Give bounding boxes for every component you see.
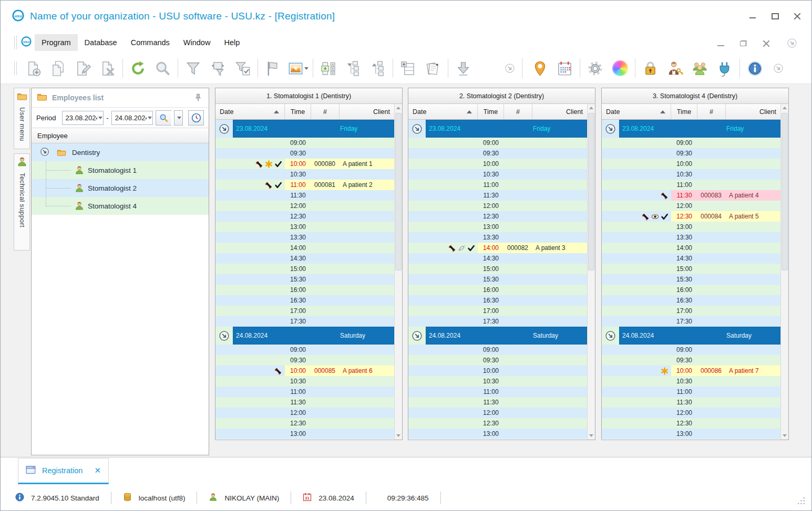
- slot-time[interactable]: 12:30: [285, 418, 311, 429]
- slot-time[interactable]: 16:00: [285, 285, 311, 295]
- users-button[interactable]: [687, 56, 712, 81]
- column-header-date[interactable]: Date: [215, 104, 285, 119]
- download-button[interactable]: [451, 56, 476, 81]
- slot-time[interactable]: 17:00: [478, 306, 504, 316]
- menu-item-commands[interactable]: Commands: [124, 34, 177, 51]
- lock-button[interactable]: [638, 56, 663, 81]
- toolbar-overflow-chevron-icon[interactable]: [503, 61, 517, 75]
- slot-time[interactable]: 15:00: [671, 264, 697, 274]
- filter-panes-button[interactable]: [205, 56, 230, 81]
- side-tab-user-menu[interactable]: User menu: [14, 88, 30, 149]
- background-image-button[interactable]: [285, 56, 310, 81]
- time-slot-row[interactable]: 15:00: [408, 264, 587, 274]
- time-slot-row[interactable]: 17:00: [602, 306, 780, 316]
- appointment-row[interactable]: 10:00000085A patient 6: [215, 366, 394, 376]
- slot-time[interactable]: 10:30: [671, 169, 697, 180]
- scroll-up-icon[interactable]: [588, 104, 595, 112]
- vertical-scrollbar[interactable]: [587, 104, 595, 440]
- slot-time[interactable]: 14:30: [478, 253, 504, 264]
- appointment-row[interactable]: 11:30000083A patient 4: [602, 190, 780, 201]
- slot-time[interactable]: 09:30: [671, 148, 697, 159]
- time-slot-row[interactable]: 17:00: [215, 306, 394, 316]
- time-slot-row[interactable]: 15:30: [215, 274, 394, 285]
- appointment-number[interactable]: 000080: [311, 159, 340, 169]
- settings-button[interactable]: [583, 56, 608, 81]
- slot-time[interactable]: 17:30: [671, 316, 697, 327]
- menubar-drag-handle[interactable]: [14, 36, 17, 49]
- time-slot-row[interactable]: 10:00: [602, 159, 780, 169]
- pin-icon[interactable]: [193, 92, 203, 103]
- slot-time[interactable]: 17:00: [671, 306, 697, 316]
- tree-item-stomatologist-4[interactable]: Stomatologist 4: [32, 197, 209, 215]
- user-permissions-button[interactable]: [663, 56, 687, 81]
- slot-time[interactable]: 13:00: [285, 222, 311, 232]
- search-button[interactable]: [156, 110, 171, 126]
- slot-time[interactable]: 14:30: [671, 253, 697, 264]
- collapse-tree-button[interactable]: [341, 56, 365, 81]
- time-slot-row[interactable]: 12:00: [602, 201, 780, 211]
- time-slot-row[interactable]: 09:00: [215, 138, 394, 148]
- time-slot-row[interactable]: 09:00: [602, 138, 780, 148]
- slot-time[interactable]: 13:00: [671, 429, 697, 439]
- time-slot-row[interactable]: 17:30: [602, 316, 780, 327]
- time-slot-row[interactable]: 16:30: [408, 295, 587, 306]
- appointment-number[interactable]: 000084: [697, 211, 726, 222]
- calendar-button[interactable]: [552, 56, 577, 81]
- slot-time[interactable]: 10:00: [671, 159, 697, 169]
- time-slot-row[interactable]: 12:00: [408, 408, 587, 418]
- tree-item-stomatologist-1[interactable]: Stomatologist 1: [32, 161, 209, 179]
- date-group-row[interactable]: 23.08.2024Friday: [602, 120, 780, 138]
- copy-document-button[interactable]: [46, 56, 70, 81]
- time-slot-row[interactable]: 13:30: [602, 232, 780, 243]
- delete-document-button[interactable]: [95, 56, 120, 81]
- slot-time[interactable]: 15:30: [285, 274, 311, 285]
- slot-time[interactable]: 14:00: [671, 243, 697, 253]
- time-slot-row[interactable]: 10:00: [408, 366, 587, 376]
- plugins-button[interactable]: [712, 56, 737, 81]
- time-slot-row[interactable]: 09:00: [215, 345, 394, 355]
- search-button[interactable]: [150, 56, 175, 81]
- expand-circle-icon[interactable]: [219, 123, 230, 134]
- time-slot-row[interactable]: 16:30: [602, 295, 780, 306]
- time-slot-row[interactable]: 10:30: [408, 376, 587, 387]
- filter-button[interactable]: [181, 56, 205, 81]
- time-slot-row[interactable]: 11:30: [408, 397, 587, 408]
- time-slot-row[interactable]: 10:30: [408, 169, 587, 180]
- expand-circle-icon[interactable]: [605, 123, 616, 134]
- time-slot-row[interactable]: 14:30: [215, 253, 394, 264]
- time-slot-row[interactable]: 16:00: [602, 285, 780, 295]
- time-slot-row[interactable]: 09:00: [602, 345, 780, 355]
- appointment-number[interactable]: 000081: [311, 180, 340, 190]
- filter-confirm-button[interactable]: [230, 56, 255, 81]
- slot-time[interactable]: 10:30: [671, 376, 697, 387]
- slot-time[interactable]: 13:30: [671, 232, 697, 243]
- appointment-number[interactable]: 000086: [697, 366, 726, 376]
- expand-circle-icon[interactable]: [40, 147, 50, 158]
- time-slot-row[interactable]: 12:30: [602, 418, 780, 429]
- scroll-down-icon[interactable]: [781, 432, 788, 440]
- chevron-down-icon[interactable]: [97, 117, 104, 119]
- reports-button[interactable]: [420, 56, 445, 81]
- chevron-down-icon[interactable]: [147, 117, 153, 119]
- time-slot-row[interactable]: 11:00: [215, 387, 394, 397]
- menu-item-window[interactable]: Window: [177, 34, 218, 51]
- appointment-time[interactable]: 10:00: [671, 366, 697, 376]
- scroll-up-icon[interactable]: [781, 104, 788, 112]
- slot-time[interactable]: 11:00: [671, 180, 697, 190]
- tab-close-icon[interactable]: ✕: [94, 466, 101, 475]
- time-slot-row[interactable]: 12:00: [215, 408, 394, 418]
- time-slot-row[interactable]: 11:30: [602, 397, 780, 408]
- time-slot-row[interactable]: 17:30: [408, 316, 587, 327]
- time-slot-row[interactable]: 14:00: [602, 243, 780, 253]
- slot-time[interactable]: 12:00: [478, 201, 504, 211]
- slot-time[interactable]: 09:30: [478, 355, 504, 366]
- resize-grip[interactable]: [797, 496, 805, 505]
- mdi-close-button[interactable]: [763, 40, 769, 46]
- time-slot-row[interactable]: 10:30: [215, 376, 394, 387]
- period-to-input[interactable]: 24.08.2024: [111, 111, 153, 125]
- time-slot-row[interactable]: 11:00: [602, 387, 780, 397]
- slot-time[interactable]: 09:30: [478, 148, 504, 159]
- time-slot-row[interactable]: 09:00: [408, 345, 587, 355]
- slot-time[interactable]: 11:00: [671, 387, 697, 397]
- scrollbar-thumb[interactable]: [782, 113, 788, 270]
